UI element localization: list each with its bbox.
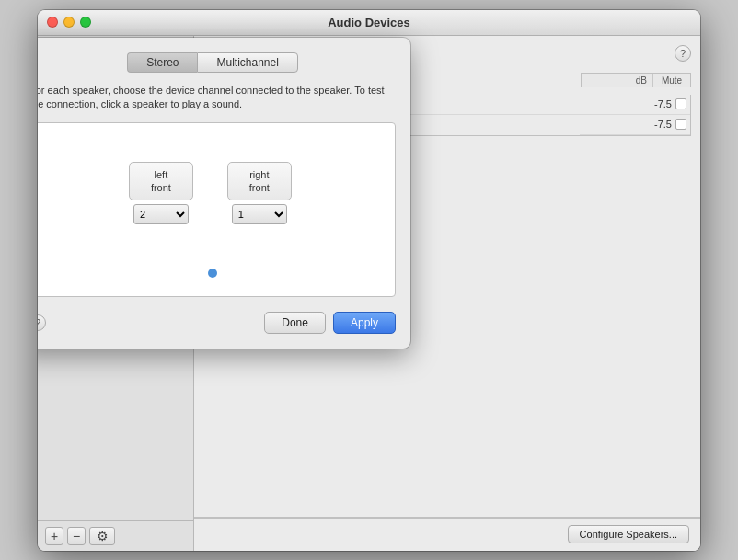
center-indicator [208, 269, 217, 278]
right-front-speaker-box: right front 1 2 [227, 162, 292, 225]
right-front-channel-select[interactable]: 1 2 [232, 204, 287, 224]
modal-footer: ? Done Apply [38, 312, 396, 334]
mute-column-header: Mute [653, 74, 690, 87]
mute-checkbox-1[interactable] [675, 98, 686, 109]
modal-description: For each speaker, choose the device chan… [38, 84, 396, 112]
modal-overlay: Stereo Multichannel For each speaker, ch… [38, 10, 544, 551]
help-button-main[interactable]: ? [675, 45, 691, 62]
left-front-speaker-button[interactable]: left front [129, 162, 193, 201]
done-button[interactable]: Done [264, 312, 326, 334]
left-front-label-line2: front [133, 181, 189, 194]
left-front-speaker-box: left front 2 1 [129, 162, 193, 225]
db-value-1: -7.5 [583, 98, 672, 109]
right-front-label-line1: right [232, 168, 287, 181]
apply-button[interactable]: Apply [333, 312, 396, 334]
tab-stereo[interactable]: Stereo [127, 52, 197, 73]
channel-row-1: -7.5 [580, 95, 690, 115]
tab-bar: Stereo Multichannel [38, 52, 396, 73]
main-window: Audio Devices AirPlay 0 i [38, 10, 700, 551]
left-front-label-line1: left [133, 168, 189, 181]
right-front-label-line2: front [232, 181, 287, 194]
speaker-area: left front 2 1 right front 1 [38, 122, 396, 297]
right-front-speaker-button[interactable]: right front [227, 162, 292, 201]
channel-row-2: -7.5 [580, 115, 690, 135]
db-column-header: dB [582, 74, 653, 87]
configure-speakers-modal: Stereo Multichannel For each speaker, ch… [38, 38, 410, 349]
tab-multichannel[interactable]: Multichannel [197, 52, 297, 73]
modal-help-button[interactable]: ? [38, 314, 46, 331]
modal-footer-buttons: Done Apply [264, 312, 396, 334]
left-front-channel-select[interactable]: 2 1 [133, 204, 189, 224]
mute-checkbox-2[interactable] [675, 119, 686, 130]
configure-speakers-button[interactable]: Configure Speakers... [568, 525, 689, 543]
db-value-2: -7.5 [583, 119, 672, 130]
